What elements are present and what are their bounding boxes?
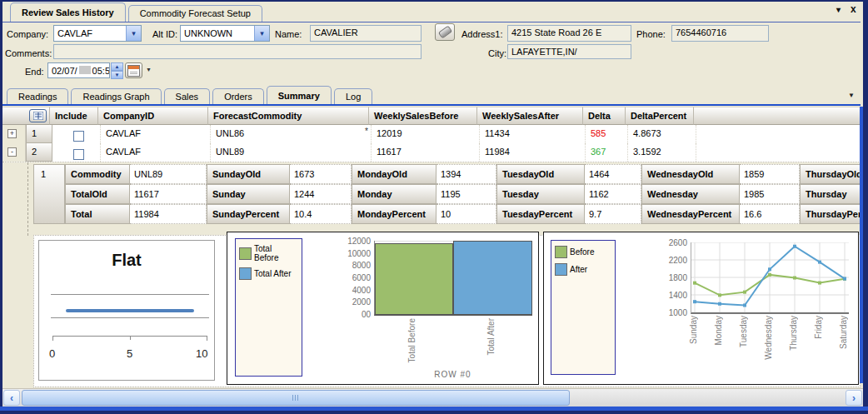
sparkline-tick-10: 10	[196, 347, 207, 360]
window-dropdown-icon[interactable]: ▾	[836, 5, 841, 14]
detail-row-indicator[interactable]: 1	[33, 164, 65, 224]
spin-up-icon[interactable]: ▲	[111, 62, 123, 71]
company-label: Company:	[7, 29, 48, 39]
cell-delta[interactable]: 585	[586, 125, 628, 143]
detail-value[interactable]: 1859	[740, 164, 800, 184]
cell-forecastcommodity[interactable]: UNL89	[211, 143, 372, 162]
field-chooser-button[interactable]	[29, 109, 47, 122]
detail-value[interactable]: 1195	[436, 184, 496, 204]
detail-value[interactable]: 1673	[290, 164, 352, 184]
bar-total-after	[453, 241, 532, 314]
window-close-icon[interactable]: x	[851, 3, 856, 15]
tab-summary[interactable]: Summary	[267, 86, 332, 105]
detail-value[interactable]: 1985	[740, 184, 800, 204]
legend-label: Before	[570, 247, 594, 257]
detail-label: Thursday	[800, 184, 861, 204]
horizontal-scrollbar[interactable]: ‹ ›	[2, 388, 863, 407]
expand-icon[interactable]: +	[7, 129, 17, 138]
end-spinner[interactable]: ▲ ▼	[111, 62, 123, 78]
end-datetime-field[interactable]: 02/07/05:59	[47, 62, 110, 78]
detail-value[interactable]: 1394	[436, 164, 496, 184]
end-label: End:	[25, 67, 44, 77]
cell-companyid[interactable]: CAVLAF	[101, 125, 211, 143]
end-date: 02/07/	[52, 66, 77, 76]
calendar-button[interactable]	[125, 62, 142, 78]
cell-delta[interactable]: 367	[586, 143, 628, 162]
legend-item: Total After	[239, 267, 298, 280]
comments-field[interactable]	[53, 44, 422, 59]
grid-row-1[interactable]: + 1 CAVLAF UNL86* 12019 11434 585 4.8673	[2, 125, 861, 144]
grid-corner-cell	[2, 107, 50, 125]
line-category-label: Friday	[814, 316, 823, 339]
name-label: Name:	[275, 29, 302, 39]
cell-marker: *	[365, 127, 368, 136]
legend-label: Total Before	[254, 244, 298, 262]
city-label: City:	[488, 48, 506, 58]
spin-down-icon[interactable]: ▼	[111, 71, 123, 79]
cell-companyid[interactable]: CAVLAF	[101, 143, 211, 162]
detail-value[interactable]: 10.4	[290, 204, 352, 224]
tab-readings-graph[interactable]: Readings Graph	[71, 88, 161, 105]
grid-row-2[interactable]: - 2 CAVLAF UNL89 11617 11984 367 3.1592	[2, 143, 861, 162]
scrollbar-thumb[interactable]	[22, 390, 570, 406]
tab-review-sales-history[interactable]: Review Sales History	[10, 2, 126, 22]
column-header-weeklysalesbefore[interactable]: WeeklySalesBefore	[369, 107, 477, 125]
company-value: CAVLAF	[54, 28, 126, 38]
address1-field[interactable]: 4215 State Road 26 E	[507, 25, 631, 42]
tab-log[interactable]: Log	[334, 88, 372, 105]
chevron-down-icon[interactable]: ▾	[126, 26, 141, 41]
detail-value[interactable]: UNL89	[130, 164, 207, 184]
phone-field[interactable]: 7654460716	[671, 25, 769, 42]
detail-value[interactable]: 9.7	[585, 204, 641, 224]
legend-item: Before	[555, 246, 611, 258]
cell-weeklysalesbefore[interactable]: 11617	[372, 143, 480, 162]
eraser-icon	[437, 26, 451, 39]
clear-button[interactable]	[435, 23, 455, 41]
tab-orders[interactable]: Orders	[212, 88, 264, 105]
detail-value[interactable]: 16.6	[740, 204, 800, 224]
detail-value[interactable]: 1244	[290, 184, 352, 204]
chevron-down-icon[interactable]: ▾	[254, 26, 269, 41]
row-indicator[interactable]: 1	[26, 125, 52, 143]
alt-id-label: Alt ID:	[152, 29, 177, 39]
bar-chart-legend: Total Before Total After	[235, 238, 302, 377]
column-header-delta[interactable]: Delta	[583, 107, 626, 125]
scroll-right-icon[interactable]: ›	[846, 390, 862, 406]
tab-readings[interactable]: Readings	[7, 88, 68, 105]
collapse-icon[interactable]: -	[7, 147, 17, 157]
include-checkbox[interactable]	[73, 131, 84, 142]
window-border-left	[0, 0, 2, 414]
tab-commodity-forecast-setup[interactable]: Commodity Forecast Setup	[128, 5, 262, 22]
column-header-include[interactable]: Include	[50, 107, 98, 125]
company-combobox[interactable]: CAVLAF ▾	[53, 25, 142, 42]
cell-weeklysalesafter[interactable]: 11434	[480, 125, 586, 143]
redacted-year	[79, 66, 91, 74]
cell-weeklysalesbefore[interactable]: 12019	[372, 125, 480, 143]
city-field[interactable]: LAFAYETTE,IN/	[507, 44, 631, 59]
detail-grid: 1 Commodity UNL89 SundayOld 1673 MondayO…	[33, 164, 861, 224]
sparkline-tick-5: 5	[127, 347, 132, 360]
address1-label: Address1:	[461, 29, 503, 39]
tab-sales[interactable]: Sales	[164, 88, 211, 105]
column-header-companyid[interactable]: CompanyID	[98, 107, 208, 125]
scroll-left-icon[interactable]: ‹	[3, 390, 20, 406]
row-indicator[interactable]: 2	[26, 143, 52, 162]
alt-id-combobox[interactable]: UNKNOWN ▾	[180, 25, 270, 42]
column-header-weeklysalesafter[interactable]: WeeklySalesAfter	[477, 107, 583, 125]
detail-value[interactable]: 10	[436, 204, 496, 224]
detail-value[interactable]: 11984	[130, 204, 207, 224]
legend-swatch-green	[555, 246, 567, 258]
detail-value[interactable]: 1464	[585, 164, 641, 184]
detail-value[interactable]: 1162	[585, 184, 641, 204]
column-header-deltapercent[interactable]: DeltaPercent	[626, 107, 694, 125]
cell-deltapercent[interactable]: 4.8673	[628, 125, 696, 143]
detail-value[interactable]: 11617	[130, 184, 207, 204]
cell-deltapercent[interactable]: 3.1592	[628, 143, 696, 162]
name-field[interactable]: CAVALIER	[310, 25, 422, 42]
column-header-forecastcommodity[interactable]: ForecastCommodity	[208, 107, 369, 125]
cell-forecastcommodity[interactable]: UNL86*	[211, 125, 372, 143]
tabs-overflow-icon[interactable]: ▼	[848, 92, 855, 99]
cell-weeklysalesafter[interactable]: 11984	[480, 143, 586, 162]
include-checkbox[interactable]	[73, 149, 84, 160]
calendar-dropdown-icon[interactable]: ▼	[146, 67, 152, 72]
